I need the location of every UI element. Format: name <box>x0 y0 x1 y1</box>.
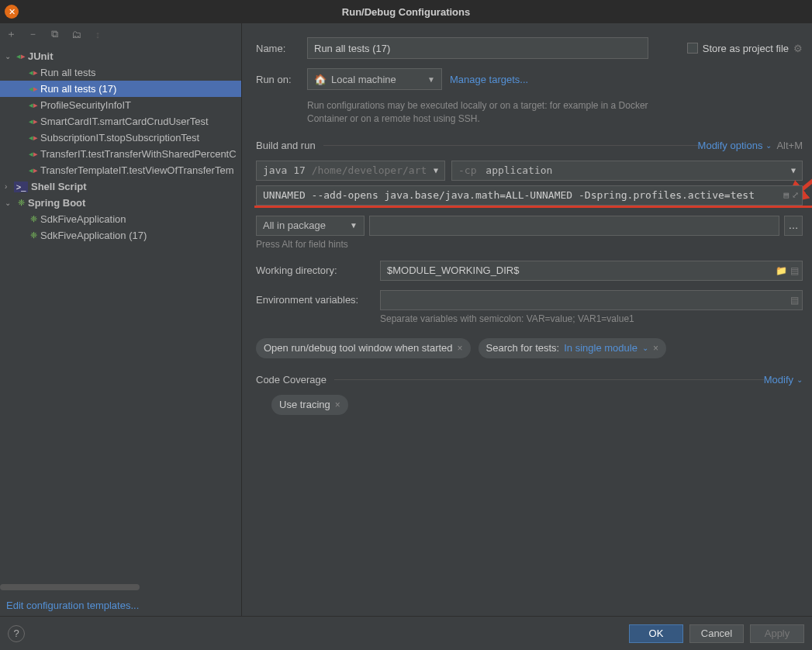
coverage-modify-link[interactable]: Modify ⌄ <box>764 374 803 386</box>
vm-options-input[interactable]: UNNAMED --add-opens java.base/java.math=… <box>256 185 803 206</box>
gear-icon[interactable]: ⚙ <box>793 43 803 54</box>
close-icon[interactable]: × <box>335 399 340 410</box>
annotation-underline <box>254 206 812 208</box>
group-label: JUnit <box>28 50 54 62</box>
scope-value: All in package <box>263 220 326 231</box>
runon-label: Run on: <box>256 74 299 85</box>
remove-icon[interactable]: － <box>26 27 39 41</box>
help-button[interactable]: ? <box>8 625 25 642</box>
close-icon[interactable]: × <box>458 343 463 354</box>
tree-toolbar: ＋ － ⧉ 🗂 ↕ <box>0 23 241 45</box>
test-scope-select[interactable]: All in package ▼ <box>256 216 365 236</box>
tree-item[interactable]: ❈ SdkFiveApplication (17) <box>0 227 241 244</box>
chip-search-for-tests[interactable]: Search for tests: In single module ⌄ × <box>479 338 666 358</box>
apply-button[interactable]: Apply <box>750 624 804 643</box>
window-title: Run/Debug Configurations <box>342 6 470 18</box>
junit-icon: ◂▸ <box>14 51 28 61</box>
store-label: Store as project file <box>703 43 789 54</box>
add-icon[interactable]: ＋ <box>5 27 17 41</box>
chevron-down-icon: ▼ <box>350 221 358 230</box>
manage-targets-link[interactable]: Manage targets... <box>450 74 528 85</box>
ok-button[interactable]: OK <box>629 624 683 643</box>
divider <box>334 379 764 380</box>
sdk-select[interactable]: java 17 /home/developer/art ▼ <box>256 161 445 181</box>
spring-icon: ❈ <box>26 230 40 240</box>
tree-item[interactable]: ❈ SdkFiveApplication <box>0 211 241 227</box>
junit-icon: ◂▸ <box>26 116 40 126</box>
config-tree[interactable]: ⌄ ◂▸ JUnit ◂▸ Run all tests ◂▸ Run all t… <box>0 45 241 581</box>
tree-group-shell[interactable]: › >_ Shell Script <box>0 178 241 195</box>
tree-item[interactable]: ◂▸ ProfileSecurityInfoIT <box>0 97 241 113</box>
insert-macro-icon[interactable]: ▤ <box>790 265 799 276</box>
chip-open-tool-window[interactable]: Open run/debug tool window when started … <box>256 338 471 358</box>
group-label: Spring Boot <box>28 197 85 209</box>
horizontal-scrollbar[interactable] <box>0 584 140 590</box>
insert-macro-icon[interactable]: ▤ <box>783 190 789 200</box>
classpath-select[interactable]: -cp application ▼ <box>451 161 803 181</box>
titlebar: ✕ Run/Debug Configurations <box>0 0 812 23</box>
tree-item[interactable]: ◂▸ Run all tests <box>0 64 241 81</box>
chevron-down-icon: ▼ <box>434 166 438 175</box>
cancel-button[interactable]: Cancel <box>689 624 744 643</box>
chevron-down-icon: ▼ <box>427 75 435 84</box>
runon-value: Local machine <box>331 74 396 85</box>
edit-list-icon[interactable]: ▤ <box>790 295 799 306</box>
shell-icon: >_ <box>14 182 28 192</box>
cp-flag: -cp <box>458 164 476 176</box>
modify-options-link[interactable]: Modify options ⌄ <box>698 140 772 151</box>
item-label: ProfileSecurityInfoIT <box>40 99 131 111</box>
tree-group-junit[interactable]: ⌄ ◂▸ JUnit <box>0 48 241 64</box>
item-label: TransferTemplateIT.testViewOfTransferTem <box>40 164 234 176</box>
item-label: SdkFiveApplication (17) <box>40 230 147 241</box>
close-icon[interactable]: × <box>653 343 658 354</box>
home-icon: 🏠 <box>314 74 327 85</box>
folder-icon[interactable]: 📁 <box>776 265 787 276</box>
divider <box>323 145 698 146</box>
package-input[interactable] <box>369 216 779 236</box>
chip-use-tracing[interactable]: Use tracing × <box>271 395 348 415</box>
chevron-down-icon: ▼ <box>791 166 796 175</box>
junit-icon: ◂▸ <box>26 84 40 94</box>
name-input[interactable] <box>307 37 648 59</box>
junit-icon: ◂▸ <box>26 133 40 143</box>
expand-icon[interactable]: ⤢ <box>792 190 799 200</box>
env-label: Environment variables: <box>256 294 372 306</box>
tree-group-spring[interactable]: ⌄ ❈ Spring Boot <box>0 195 241 211</box>
edit-templates-link[interactable]: Edit configuration templates... <box>0 595 241 616</box>
store-as-project-checkbox[interactable] <box>687 43 698 54</box>
chevron-down-icon: ⌄ <box>5 52 14 61</box>
runon-select[interactable]: 🏠 Local machine ▼ <box>307 68 442 90</box>
copy-icon[interactable]: ⧉ <box>48 28 60 40</box>
junit-icon: ◂▸ <box>26 67 40 78</box>
vm-value: UNNAMED --add-opens java.base/java.math=… <box>263 189 755 201</box>
working-directory-input[interactable]: $MODULE_WORKING_DIR$ 📁 ▤ <box>380 261 803 281</box>
name-label: Name: <box>256 43 299 54</box>
chevron-right-icon: › <box>5 182 14 191</box>
field-hint: Press Alt for field hints <box>256 239 803 250</box>
junit-icon: ◂▸ <box>26 149 40 159</box>
item-label: Run all tests (17) <box>40 83 116 95</box>
tree-item-selected[interactable]: ◂▸ Run all tests (17) <box>0 81 241 97</box>
details-panel: Name: Store as project file ⚙ Run on: 🏠 … <box>242 23 812 616</box>
spring-icon: ❈ <box>14 198 28 208</box>
sdk-name: java 17 <box>263 164 306 176</box>
chevron-down-icon: ⌄ <box>5 199 14 207</box>
browse-button[interactable]: … <box>784 216 803 236</box>
item-label: TransferIT.testTransferWithSharedPercent… <box>40 148 237 160</box>
group-label: Shell Script <box>31 181 87 192</box>
tree-item[interactable]: ◂▸ SmartCardIT.smartCardCrudUserTest <box>0 113 241 130</box>
env-variables-input[interactable]: ▤ <box>380 290 803 310</box>
tree-item[interactable]: ◂▸ TransferIT.testTransferWithSharedPerc… <box>0 146 241 162</box>
tree-item[interactable]: ◂▸ TransferTemplateIT.testViewOfTransfer… <box>0 162 241 178</box>
item-label: Run all tests <box>40 67 96 78</box>
sort-icon[interactable]: ↕ <box>92 29 104 40</box>
close-window-button[interactable]: ✕ <box>5 5 19 19</box>
workdir-label: Working directory: <box>256 264 372 276</box>
cp-value: application <box>485 164 552 176</box>
tree-item[interactable]: ◂▸ SubscriptionIT.stopSubscriptionTest <box>0 130 241 146</box>
chevron-down-icon: ⌄ <box>765 141 772 150</box>
folder-icon[interactable]: 🗂 <box>70 29 82 40</box>
spring-icon: ❈ <box>26 214 40 224</box>
build-run-title: Build and run <box>256 140 316 151</box>
junit-icon: ◂▸ <box>26 100 40 110</box>
